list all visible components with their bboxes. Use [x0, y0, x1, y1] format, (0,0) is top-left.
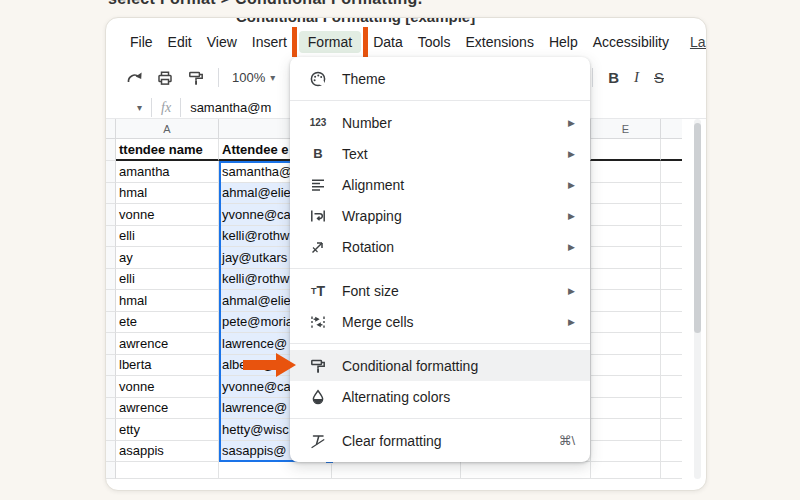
cell-empty[interactable]	[661, 398, 682, 420]
menu-item-alternating-colors[interactable]: Alternating colors	[290, 381, 590, 412]
menu-insert[interactable]: Insert	[249, 32, 290, 52]
name-box-chevron-icon[interactable]: ▾	[137, 102, 142, 113]
menu-extensions[interactable]: Extensions	[462, 32, 536, 52]
print-icon[interactable]	[156, 69, 174, 87]
cell-name[interactable]: ete	[116, 312, 219, 334]
cell-empty[interactable]	[661, 312, 682, 334]
menu-item-merge-cells[interactable]: Merge cells ▶	[290, 306, 590, 337]
cell-empty[interactable]	[661, 226, 682, 248]
cell-empty[interactable]	[591, 355, 661, 377]
menu-item-alignment[interactable]: Alignment ▶	[290, 169, 590, 200]
cell-empty[interactable]	[461, 462, 591, 479]
cell-name[interactable]: vonne	[116, 376, 219, 398]
cell-empty[interactable]	[661, 462, 682, 479]
cell-name[interactable]: hmal	[116, 290, 219, 312]
column-header-a[interactable]: A	[116, 119, 219, 139]
last-edit-link[interactable]: Last ed	[690, 34, 706, 50]
cell-empty[interactable]	[591, 161, 661, 183]
cell-name[interactable]: hmal	[116, 183, 219, 205]
row-gutter[interactable]	[106, 355, 116, 377]
cell-empty[interactable]	[219, 462, 332, 479]
bold-button[interactable]: B	[608, 69, 619, 86]
cell-empty[interactable]	[661, 355, 682, 377]
column-header-e[interactable]: E	[591, 119, 661, 139]
menu-tools[interactable]: Tools	[415, 32, 454, 52]
cell-empty[interactable]	[661, 161, 682, 183]
row-gutter[interactable]	[106, 419, 116, 441]
cell-empty[interactable]	[591, 441, 661, 463]
cell-name[interactable]: etty	[116, 419, 219, 441]
cell-empty[interactable]	[591, 419, 661, 441]
cell-empty[interactable]	[661, 183, 682, 205]
cell-name[interactable]: amantha	[116, 161, 219, 183]
menu-file[interactable]: File	[127, 32, 156, 52]
cell-empty[interactable]	[661, 269, 682, 291]
cell-empty[interactable]	[661, 290, 682, 312]
row-gutter[interactable]	[106, 398, 116, 420]
row-gutter[interactable]	[106, 161, 116, 183]
menu-accessibility[interactable]: Accessibility	[590, 32, 672, 52]
cell-name[interactable]: asappis	[116, 441, 219, 463]
cell-empty[interactable]	[591, 398, 661, 420]
cell-empty[interactable]	[591, 376, 661, 398]
cell-empty[interactable]	[591, 139, 661, 161]
cell-empty[interactable]	[661, 419, 682, 441]
cell-empty[interactable]	[591, 333, 661, 355]
vertical-scrollbar[interactable]	[694, 119, 701, 479]
row-gutter[interactable]	[106, 376, 116, 398]
cell-empty[interactable]	[591, 462, 661, 479]
formula-input[interactable]: samantha@m	[190, 100, 271, 115]
row-gutter[interactable]	[106, 204, 116, 226]
row-gutter[interactable]	[106, 333, 116, 355]
cell-empty[interactable]	[661, 204, 682, 226]
menu-help[interactable]: Help	[546, 32, 581, 52]
cell-empty[interactable]	[591, 226, 661, 248]
cell-name[interactable]: awrence	[116, 398, 219, 420]
cell-empty[interactable]	[661, 441, 682, 463]
menu-item-clear-formatting[interactable]: Clear formatting ⌘\	[290, 425, 590, 456]
menu-item-rotation[interactable]: Rotation ▶	[290, 231, 590, 262]
row-gutter[interactable]	[106, 441, 116, 463]
cell-name[interactable]: awrence	[116, 333, 219, 355]
cell-empty[interactable]	[591, 247, 661, 269]
cell-empty[interactable]	[661, 139, 682, 161]
column-header-f[interactable]	[661, 119, 682, 139]
cell-name[interactable]: vonne	[116, 204, 219, 226]
header-cell-name[interactable]: ttendee name	[116, 139, 219, 161]
menu-item-font-size[interactable]: TT Font size ▶	[290, 275, 590, 306]
menu-format[interactable]: Format	[299, 31, 361, 53]
cell-empty[interactable]	[591, 183, 661, 205]
cell-empty[interactable]	[591, 269, 661, 291]
cell-empty[interactable]	[591, 290, 661, 312]
italic-button[interactable]: I	[634, 69, 639, 86]
cell-empty[interactable]	[661, 376, 682, 398]
redo-icon[interactable]	[125, 69, 143, 87]
row-gutter[interactable]	[106, 247, 116, 269]
menu-item-number[interactable]: 123 Number ▶	[290, 107, 590, 138]
cell-empty[interactable]	[591, 312, 661, 334]
strikethrough-button[interactable]: S	[654, 69, 664, 86]
cell-empty[interactable]	[661, 333, 682, 355]
menu-data[interactable]: Data	[370, 32, 406, 52]
row-gutter[interactable]	[106, 183, 116, 205]
menu-edit[interactable]: Edit	[165, 32, 195, 52]
row-gutter[interactable]	[106, 269, 116, 291]
row-gutter[interactable]	[106, 312, 116, 334]
menu-view[interactable]: View	[204, 32, 240, 52]
cell-empty[interactable]	[661, 247, 682, 269]
menu-item-text[interactable]: B Text ▶	[290, 138, 590, 169]
zoom-control[interactable]: 100% ▾	[232, 70, 275, 85]
cell-name[interactable]: elli	[116, 226, 219, 248]
menu-item-theme[interactable]: Theme	[290, 63, 590, 94]
cell-empty[interactable]	[591, 204, 661, 226]
scrollbar-thumb[interactable]	[694, 123, 701, 333]
cell-empty[interactable]	[116, 462, 219, 479]
menu-item-wrapping[interactable]: Wrapping ▶	[290, 200, 590, 231]
corner-gutter[interactable]	[106, 119, 116, 139]
row-gutter[interactable]	[106, 290, 116, 312]
cell-name[interactable]: elli	[116, 269, 219, 291]
menu-item-conditional-formatting[interactable]: Conditional formatting	[290, 350, 590, 381]
row-gutter[interactable]	[106, 226, 116, 248]
paint-format-icon[interactable]	[187, 69, 205, 87]
cell-empty[interactable]	[332, 462, 461, 479]
